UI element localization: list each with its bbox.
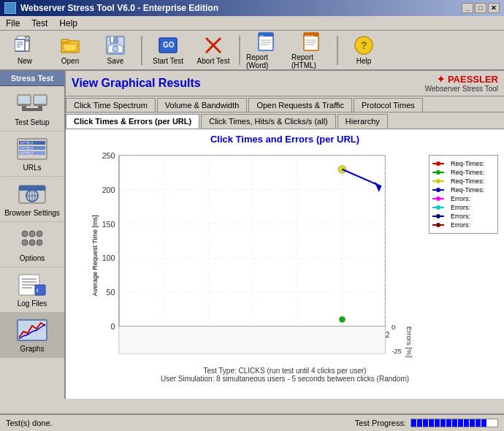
- report-html-button[interactable]: HTML Report (HTML): [289, 33, 333, 68]
- svg-point-109: [436, 179, 440, 183]
- new-label: New: [18, 57, 32, 65]
- svg-text:Errors [%]: Errors [%]: [405, 327, 413, 358]
- titlebar-controls: _ □ ✕: [462, 3, 500, 13]
- app-icon: [4, 2, 16, 14]
- minimize-button[interactable]: _: [462, 3, 473, 13]
- open-label: Open: [61, 57, 79, 65]
- sidebar-item-log-files[interactable]: i Log Files: [0, 267, 64, 313]
- tab-click-time-spectrum[interactable]: Click Time Spectrum: [66, 98, 156, 112]
- abort-test-button[interactable]: Abort Test: [191, 33, 235, 68]
- progress-label: Test Progress:: [355, 419, 406, 427]
- statusbar: Test(s) done. Test Progress:: [0, 413, 504, 431]
- new-icon: [15, 35, 35, 56]
- titlebar-title: Webserver Stress Tool V6.0 - Enterprise …: [20, 3, 218, 13]
- separator-2: [239, 36, 240, 65]
- start-test-button[interactable]: GO Start Test: [146, 33, 190, 68]
- chart-container: Click Times and Errors (per URL) Average…: [66, 129, 504, 396]
- report-html-label: Report (HTML): [291, 53, 331, 69]
- paessler-brand: ✦ PAESSLER: [425, 74, 498, 85]
- tab-volume-bandwidth[interactable]: Volume & Bandwidth: [157, 98, 248, 112]
- tab-hierarchy[interactable]: Hierarchy: [337, 114, 388, 129]
- view-title: View Graphical Results: [72, 77, 201, 90]
- svg-text:i: i: [37, 287, 38, 294]
- help-label: Help: [356, 57, 372, 65]
- sidebar-item-options[interactable]: Options: [0, 222, 64, 267]
- save-icon: [105, 35, 126, 56]
- legend-item-5: Errors:: [432, 195, 495, 202]
- menu-test[interactable]: Test: [28, 18, 50, 29]
- content-header: View Graphical Results ✦ PAESSLER Webser…: [66, 71, 504, 96]
- sidebar-item-browser-settings[interactable]: Browser Settings: [0, 177, 64, 222]
- chart-svg: 250 200 150 100 50 0 2 4 6 8 10 12: [88, 148, 424, 365]
- sidebar-item-test-setup[interactable]: Test Setup: [0, 86, 64, 131]
- svg-point-105: [436, 161, 440, 166]
- log-files-label: Log Files: [18, 300, 47, 308]
- report-word-button[interactable]: W Report (Word): [244, 33, 288, 68]
- svg-text:200: 200: [102, 186, 115, 194]
- abort-test-label: Abort Test: [197, 57, 230, 65]
- sidebar-item-graphs[interactable]: Graphs: [0, 313, 64, 358]
- svg-rect-39: [22, 108, 42, 111]
- sidebar-item-urls[interactable]: HTTP:// HTTP:// HTTP:// URLs: [0, 131, 64, 177]
- separator-1: [141, 36, 142, 65]
- graphs-icon: [16, 317, 48, 343]
- legend-item-3: Req-Times:: [432, 178, 495, 185]
- options-label: Options: [20, 254, 45, 262]
- svg-point-95: [339, 316, 345, 323]
- word-icon: W: [256, 31, 276, 52]
- tab-protocol-times[interactable]: Protocol Times: [354, 98, 423, 112]
- chart-legend: Req-Times: Req-Times: Req-Times: Req-Tim…: [429, 155, 498, 234]
- new-button[interactable]: New: [3, 33, 47, 68]
- urls-label: URLs: [23, 164, 41, 172]
- browser-settings-label: Browser Settings: [4, 209, 60, 217]
- svg-rect-34: [22, 106, 26, 108]
- svg-rect-38: [38, 106, 42, 108]
- svg-text:HTTP://: HTTP://: [20, 141, 34, 145]
- svg-text:50: 50: [107, 288, 115, 297]
- svg-text:HTTP://: HTTP://: [20, 146, 34, 150]
- brand-name: PAESSLER: [448, 74, 498, 85]
- open-button[interactable]: Open: [48, 33, 92, 68]
- svg-rect-37: [34, 104, 47, 106]
- menu-help[interactable]: Help: [56, 18, 80, 29]
- paessler-logo: ✦ PAESSLER Webserver Stress Tool: [425, 74, 498, 93]
- legend-item-4: Req-Times:: [432, 186, 495, 194]
- tab-click-times-errors[interactable]: Click Times & Errors (per URL): [66, 114, 199, 129]
- svg-text:-25: -25: [392, 347, 402, 355]
- help-button[interactable]: ? Help: [342, 33, 386, 68]
- footer-line2: User Simulation: 8 simultaneous users - …: [72, 375, 498, 383]
- tab-open-requests[interactable]: Open Requests & Traffic: [248, 98, 352, 112]
- svg-rect-7: [61, 39, 69, 42]
- abort-icon: [203, 35, 224, 56]
- svg-point-111: [436, 188, 440, 192]
- svg-text:HTTP://: HTTP://: [20, 151, 34, 156]
- footer-line1: Test Type: CLICKS (run test until 4 clic…: [72, 367, 498, 375]
- legend-item-7: Errors:: [432, 213, 495, 220]
- setup-icon: [16, 91, 48, 117]
- svg-text:250: 250: [102, 151, 115, 160]
- svg-text:GO: GO: [163, 41, 175, 49]
- svg-point-119: [436, 223, 440, 227]
- svg-rect-9: [110, 37, 118, 44]
- separator-3: [337, 36, 338, 65]
- menu-file[interactable]: File: [3, 18, 23, 29]
- maximize-button[interactable]: □: [475, 3, 486, 13]
- tab-click-times-hits[interactable]: Click Times, Hits/s & Clicks/s (all): [201, 114, 336, 129]
- svg-text:0: 0: [392, 323, 395, 331]
- svg-point-55: [37, 231, 42, 237]
- save-label: Save: [107, 57, 124, 65]
- menubar: File Test Help: [0, 16, 504, 31]
- toolbar: New Open Save: [0, 31, 504, 71]
- svg-rect-67: [119, 156, 386, 327]
- start-icon: GO: [158, 35, 178, 56]
- svg-text:W: W: [260, 34, 264, 39]
- close-button[interactable]: ✕: [488, 3, 500, 13]
- svg-text:0: 0: [111, 322, 115, 331]
- svg-point-56: [22, 240, 28, 245]
- svg-point-107: [436, 170, 440, 175]
- svg-point-115: [436, 205, 440, 210]
- content-area: View Graphical Results ✦ PAESSLER Webser…: [66, 71, 504, 399]
- svg-text:?: ?: [361, 39, 367, 51]
- save-button[interactable]: Save: [93, 33, 137, 68]
- legend-item-2: Req-Times:: [432, 169, 495, 176]
